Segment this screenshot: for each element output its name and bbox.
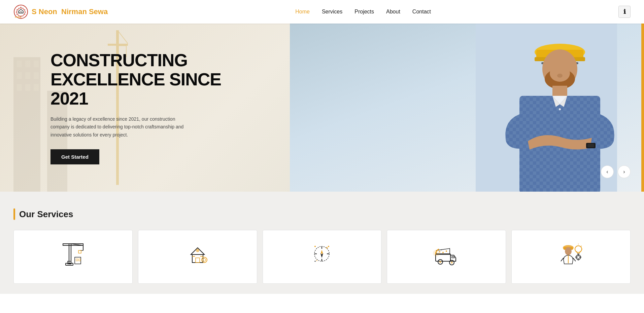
svg-line-85 [581, 246, 582, 246]
svg-point-63 [315, 261, 316, 262]
svg-rect-3 [17, 61, 22, 67]
svg-rect-55 [200, 256, 203, 257]
nav-link-contact[interactable]: Contact [412, 9, 431, 14]
get-started-button[interactable]: Get Started [50, 149, 99, 164]
svg-rect-10 [25, 84, 30, 91]
svg-point-53 [203, 259, 206, 261]
hero-content: CONSTRUCTING EXCELLENCE SINCE 2021 Build… [50, 51, 226, 164]
svg-point-37 [559, 108, 561, 110]
carousel-prev-button[interactable]: ‹ [601, 165, 614, 178]
service-card-crane[interactable] [13, 230, 133, 284]
services-section: Our Services [0, 192, 644, 294]
navbar: S NEON S Neon Nirman Sewa Home Services … [0, 0, 644, 24]
svg-point-78 [565, 247, 572, 255]
svg-rect-36 [587, 144, 594, 147]
logo-text: S Neon Nirman Sewa [32, 7, 108, 16]
architecture-service-icon [308, 240, 335, 267]
nav-item-contact[interactable]: Contact [412, 9, 431, 15]
nav-item-home[interactable]: Home [295, 9, 310, 15]
svg-point-72 [442, 252, 444, 253]
worker-figure [476, 24, 617, 192]
svg-rect-7 [25, 72, 30, 79]
nav-link-projects[interactable]: Projects [354, 9, 374, 14]
svg-point-62 [328, 246, 329, 247]
svg-point-75 [433, 250, 440, 257]
title-accent-bar [13, 208, 15, 220]
svg-point-82 [575, 246, 582, 252]
svg-rect-43 [78, 250, 81, 253]
house-service-icon [184, 240, 211, 267]
svg-rect-54 [192, 256, 195, 257]
nav-item-projects[interactable]: Projects [354, 9, 374, 15]
svg-line-80 [561, 258, 564, 261]
svg-rect-9 [17, 84, 22, 91]
nav-link-home[interactable]: Home [295, 9, 310, 14]
svg-point-61 [314, 246, 316, 247]
nav-item-services[interactable]: Services [322, 9, 342, 15]
svg-point-64 [326, 247, 328, 249]
logo-icon: S NEON [13, 4, 28, 19]
svg-rect-48 [79, 259, 80, 261]
svg-rect-27 [552, 86, 567, 97]
truck-service-icon [433, 240, 460, 267]
hero-title-line1: CONSTRUCTING [50, 50, 188, 70]
hero-section: CONSTRUCTING EXCELLENCE SINCE 2021 Build… [0, 24, 644, 192]
svg-point-74 [441, 249, 442, 250]
svg-point-26 [557, 74, 563, 78]
info-button[interactable]: ℹ [618, 6, 631, 18]
svg-point-65 [316, 260, 317, 261]
svg-rect-11 [34, 84, 39, 91]
svg-point-73 [446, 250, 447, 252]
svg-rect-38 [69, 244, 71, 264]
logo-area: S NEON S Neon Nirman Sewa [13, 4, 108, 19]
service-card-house[interactable] [138, 230, 257, 284]
svg-point-88 [577, 256, 580, 259]
hero-subtitle: Building a legacy of excellence since 20… [50, 115, 195, 139]
svg-rect-49 [192, 255, 203, 263]
services-grid [13, 230, 631, 284]
svg-point-70 [451, 262, 453, 264]
nav-link-about[interactable]: About [386, 9, 400, 14]
crane-service-icon [60, 240, 87, 267]
section-title-bar: Our Services [13, 208, 631, 220]
svg-rect-47 [76, 259, 78, 261]
service-card-truck[interactable] [387, 230, 506, 284]
carousel-next-button[interactable]: › [618, 165, 631, 178]
logo-name-colored: Nirman Sewa [61, 7, 108, 16]
svg-point-51 [196, 249, 199, 252]
svg-rect-5 [34, 61, 39, 67]
logo-name-regular: S Neon [32, 7, 57, 16]
hero-title: CONSTRUCTING EXCELLENCE SINCE 2021 [50, 51, 226, 109]
hero-image-area [290, 24, 644, 192]
svg-rect-4 [25, 61, 30, 67]
svg-point-52 [202, 257, 207, 263]
svg-text:S NEON: S NEON [15, 16, 22, 18]
yellow-accent-bar [641, 24, 644, 192]
hero-title-line2: EXCELLENCE SINCE 2021 [50, 70, 221, 108]
engineer-service-icon [557, 240, 584, 267]
svg-rect-8 [34, 72, 39, 79]
svg-point-68 [439, 261, 441, 263]
svg-line-15 [117, 30, 128, 44]
service-card-engineer[interactable] [511, 230, 631, 284]
nav-item-about[interactable]: About [386, 9, 400, 15]
svg-point-25 [550, 65, 570, 82]
nav-link-services[interactable]: Services [322, 9, 342, 14]
section-title: Our Services [19, 209, 73, 220]
svg-line-81 [573, 258, 576, 261]
service-card-architecture[interactable] [263, 230, 382, 284]
nav-links: Home Services Projects About Contact [295, 9, 431, 15]
svg-rect-6 [17, 72, 22, 79]
svg-rect-50 [196, 258, 200, 263]
